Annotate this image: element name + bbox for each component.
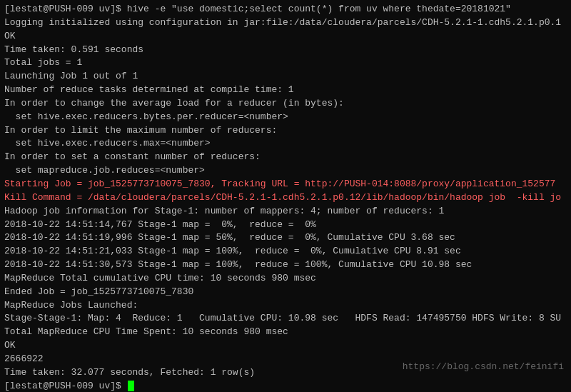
watermark: https://blog.csdn.net/feinifi [403,361,564,372]
terminal-line: MapReduce Jobs Launched: [4,299,567,313]
terminal-line: In order to change the average load for … [4,97,567,111]
prompt-text: [lestat@PUSH-009 uv]$ [4,381,127,391]
terminal-line: Hadoop job information for Stage-1: numb… [4,205,567,218]
terminal-line: OK [4,30,567,44]
terminal-line: 2018-10-22 14:51:19,996 Stage-1 map = 50… [4,231,567,245]
terminal-line: 2018-10-22 14:51:30,573 Stage-1 map = 10… [4,258,567,272]
terminal-line: Number of reduce tasks determined at com… [4,84,567,97]
terminal-line: In order to limit the maximum number of … [4,124,567,138]
terminal-line: 2018-10-22 14:51:14,767 Stage-1 map = 0%… [4,218,567,232]
terminal-line: Launching Job 1 out of 1 [4,70,567,84]
terminal-line: Ended Job = job_1525773710075_7830 [4,286,567,299]
terminal-line: OK [4,339,567,353]
terminal-line: Starting Job = job_1525773710075_7830, T… [4,178,567,191]
terminal-window: [lestat@PUSH-009 uv]$ hive -e "use domes… [0,0,571,392]
terminal-line: Logging initialized using configuration … [4,16,567,30]
terminal-line: [lestat@PUSH-009 uv]$ [4,380,567,392]
terminal-line: set hive.exec.reducers.bytes.per.reducer… [4,111,567,124]
terminal-line: Total jobs = 1 [4,56,567,70]
terminal-line: MapReduce Total cumulative CPU time: 10 … [4,272,567,286]
terminal-line: set mapreduce.job.reduces=<number> [4,164,567,178]
terminal-line: Time taken: 0.591 seconds [4,44,567,57]
terminal-line: Total MapReduce CPU Time Spent: 10 secon… [4,326,567,339]
terminal-line: Stage-Stage-1: Map: 4 Reduce: 1 Cumulati… [4,312,567,326]
terminal-line: Kill Command = /data/cloudera/parcels/CD… [4,191,567,205]
terminal-line: In order to set a constant number of red… [4,151,567,164]
terminal-line: 2018-10-22 14:51:21,033 Stage-1 map = 10… [4,245,567,258]
terminal-cursor [128,381,134,391]
terminal-line: [lestat@PUSH-009 uv]$ hive -e "use domes… [4,3,567,16]
terminal-line: set hive.exec.reducers.max=<number> [4,137,567,151]
